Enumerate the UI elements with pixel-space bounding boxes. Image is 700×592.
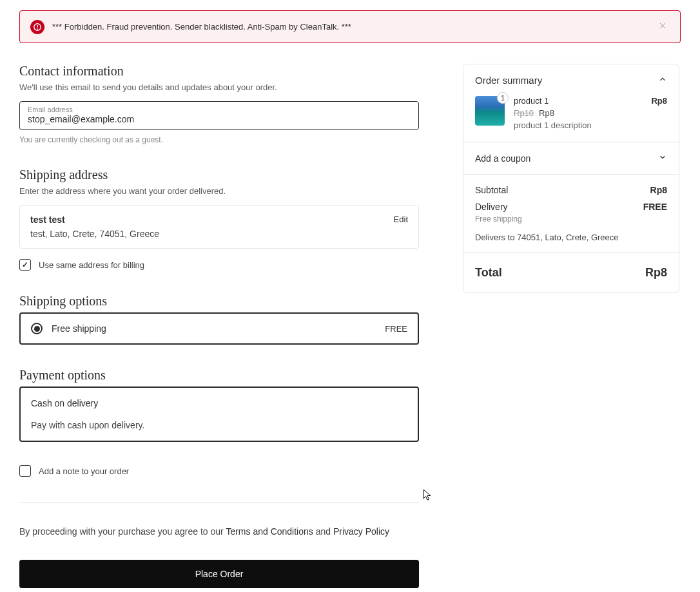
item-description: product 1 description — [514, 120, 667, 130]
alert-close-button[interactable] — [656, 19, 670, 35]
payment-method-title: Cash on delivery — [31, 398, 407, 408]
total-label: Total — [475, 266, 502, 280]
item-name: product 1 — [514, 96, 549, 106]
close-icon — [658, 21, 667, 30]
terms-link[interactable]: Terms and Conditions — [226, 526, 313, 537]
shipping-options-title: Shipping options — [19, 294, 419, 309]
shipping-radio[interactable] — [31, 323, 43, 334]
delivery-value: FREE — [643, 202, 667, 212]
contact-title: Contact information — [19, 64, 419, 79]
grand-total: Total Rp8 — [463, 253, 679, 292]
item-new-price: Rp8 — [539, 108, 554, 118]
divider — [19, 502, 419, 503]
shipping-option-label: Free shipping — [52, 323, 376, 334]
same-billing-checkbox[interactable] — [19, 259, 31, 271]
totals-block: Subtotal Rp8 Delivery FREE Free shipping… — [463, 175, 679, 253]
address-name: test test — [30, 215, 159, 225]
payment-options-section: Payment options Cash on delivery Pay wit… — [19, 368, 419, 442]
error-alert: *** Forbidden. Fraud prevention. Sender … — [19, 10, 681, 43]
shipping-option-free[interactable]: Free shipping FREE — [19, 312, 419, 345]
shipping-address-section: Shipping address Enter the address where… — [19, 167, 419, 271]
error-icon — [30, 20, 44, 34]
summary-title: Order summary — [475, 75, 542, 86]
delivery-note: Free shipping — [475, 215, 667, 224]
guest-note: You are currently checking out as a gues… — [19, 135, 419, 144]
summary-toggle[interactable]: Order summary — [463, 64, 679, 96]
add-note-label: Add a note to your order — [39, 466, 129, 476]
add-note-checkbox[interactable] — [19, 465, 31, 477]
product-thumbnail: 1 — [475, 96, 505, 126]
email-input[interactable] — [28, 114, 411, 124]
shipping-title: Shipping address — [19, 167, 419, 182]
delivers-to: Delivers to 74051, Lato, Crete, Greece — [475, 233, 667, 242]
address-line: test, Lato, Crete, 74051, Greece — [30, 229, 159, 239]
svg-point-2 — [37, 28, 38, 29]
email-field-wrap[interactable]: Email address — [19, 101, 419, 130]
chevron-down-icon — [658, 153, 667, 164]
shipping-options-section: Shipping options Free shipping FREE — [19, 294, 419, 345]
payment-method-cod[interactable]: Cash on delivery Pay with cash upon deli… — [19, 387, 419, 442]
subtotal-value: Rp8 — [650, 185, 667, 195]
alert-message: *** Forbidden. Fraud prevention. Sender … — [52, 22, 648, 32]
payment-title: Payment options — [19, 368, 419, 383]
email-label: Email address — [28, 106, 411, 113]
shipping-subtitle: Enter the address where you want your or… — [19, 186, 419, 196]
summary-item: 1 product 1 Rp8 Rp10 Rp8 product 1 descr… — [463, 96, 679, 142]
subtotal-label: Subtotal — [475, 185, 508, 195]
coupon-label: Add a coupon — [475, 153, 530, 164]
address-card: test test test, Lato, Crete, 74051, Gree… — [19, 205, 419, 249]
contact-subtitle: We'll use this email to send you details… — [19, 82, 419, 92]
item-old-price: Rp10 — [514, 108, 534, 118]
payment-method-desc: Pay with cash upon delivery. — [31, 420, 407, 430]
place-order-button[interactable]: Place Order — [19, 560, 419, 588]
add-coupon-toggle[interactable]: Add a coupon — [463, 142, 679, 175]
shipping-option-price: FREE — [385, 324, 407, 334]
chevron-up-icon — [658, 75, 667, 86]
edit-address-button[interactable]: Edit — [394, 215, 408, 224]
delivery-label: Delivery — [475, 202, 508, 212]
order-summary: Order summary 1 product 1 Rp8 Rp10 — [463, 64, 679, 293]
item-price: Rp8 — [651, 96, 667, 106]
total-value: Rp8 — [645, 266, 667, 280]
privacy-link[interactable]: Privacy Policy — [333, 526, 389, 537]
contact-section: Contact information We'll use this email… — [19, 64, 419, 144]
legal-text: By proceeding with your purchase you agr… — [19, 526, 419, 537]
qty-badge: 1 — [497, 92, 509, 104]
same-billing-label: Use same address for billing — [39, 260, 144, 270]
